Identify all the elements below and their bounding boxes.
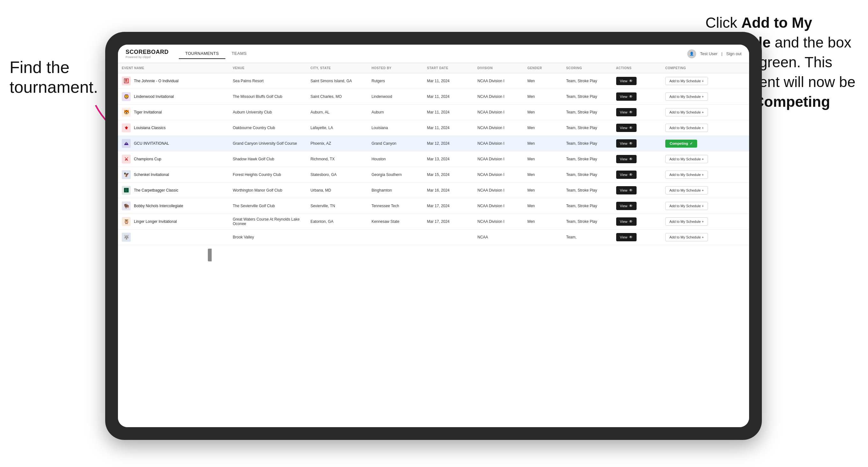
view-button[interactable]: View 👁	[616, 186, 637, 194]
venue-cell: Sea Palms Resort	[229, 73, 307, 89]
city-cell: Urbana, MD	[307, 183, 368, 198]
col-header-venue: VENUE	[229, 63, 307, 73]
view-button[interactable]: View 👁	[616, 155, 637, 163]
col-header-competing: COMPETING	[661, 63, 749, 73]
division-cell: NCAA	[474, 229, 524, 245]
start-date-cell: Mar 12, 2024	[423, 136, 474, 151]
logo-area: SCOREBOARD Powered by clippd	[126, 49, 168, 59]
start-date-cell: Mar 13, 2024	[423, 151, 474, 167]
team-logo: 🦅	[122, 170, 131, 179]
col-header-date: START DATE	[423, 63, 474, 73]
event-name: Champions Cup	[134, 157, 161, 161]
add-to-schedule-button[interactable]: Add to My Schedule +	[665, 170, 708, 179]
actions-cell: View 👁	[612, 167, 661, 183]
gender-cell: Men	[523, 167, 562, 183]
eye-icon: 👁	[629, 204, 633, 208]
competing-cell: Add to My Schedule +	[661, 214, 749, 229]
competing-cell: Add to My Schedule +	[661, 89, 749, 104]
team-logo: ⚜	[122, 123, 131, 132]
view-button[interactable]: View 👁	[616, 202, 637, 210]
tab-teams[interactable]: TEAMS	[225, 49, 253, 59]
division-cell: NCAA Division I	[474, 183, 524, 198]
city-cell: Auburn, AL	[307, 104, 368, 120]
table-row: 🦉 Linger Longer Invitational Great Water…	[118, 214, 749, 229]
add-to-schedule-button[interactable]: Add to My Schedule +	[665, 92, 708, 101]
table-header-row: EVENT NAME VENUE CITY, STATE HOSTED BY S…	[118, 63, 749, 73]
add-to-schedule-button[interactable]: Add to My Schedule +	[665, 186, 708, 194]
col-header-city: CITY, STATE	[307, 63, 368, 73]
col-header-actions: ACTIONS	[612, 63, 661, 73]
view-button[interactable]: View 👁	[616, 170, 637, 179]
table-row: 🅱 The Carpetbagger Classic Worthington M…	[118, 183, 749, 198]
actions-cell: View 👁	[612, 214, 661, 229]
add-to-schedule-button[interactable]: Add to My Schedule +	[665, 233, 708, 241]
gender-cell: Men	[523, 136, 562, 151]
scoring-cell: Team, Stroke Play	[562, 198, 612, 214]
city-cell: Saint Simons Island, GA	[307, 73, 368, 89]
table-row: 🐯 Tiger Invitational Auburn University C…	[118, 104, 749, 120]
view-button[interactable]: View 👁	[616, 217, 637, 226]
actions-cell: View 👁	[612, 136, 661, 151]
city-cell: Phoenix, AZ	[307, 136, 368, 151]
view-label: View	[620, 157, 628, 161]
scoring-cell: Team, Stroke Play	[562, 183, 612, 198]
user-name: Test User	[700, 51, 717, 56]
competing-button[interactable]: Competing ✓	[665, 139, 697, 148]
hosted-by-cell	[368, 229, 423, 245]
add-to-schedule-button[interactable]: Add to My Schedule +	[665, 108, 708, 116]
eye-icon: 👁	[629, 173, 633, 177]
scoring-cell: Team, Stroke Play	[562, 136, 612, 151]
col-header-gender: GENDER	[523, 63, 562, 73]
city-cell: Statesboro, GA	[307, 167, 368, 183]
add-schedule-label: Add to My Schedule +	[670, 79, 704, 83]
view-button[interactable]: View 👁	[616, 233, 637, 241]
tournaments-table: EVENT NAME VENUE CITY, STATE HOSTED BY S…	[118, 63, 749, 245]
event-name: Linger Longer Invitational	[134, 219, 177, 224]
venue-cell: Great Waters Course At Reynolds Lake Oco…	[229, 214, 307, 229]
competing-cell: Add to My Schedule +	[661, 167, 749, 183]
gender-cell: Men	[523, 183, 562, 198]
add-to-schedule-button[interactable]: Add to My Schedule +	[665, 124, 708, 132]
event-name-cell: ⛰ GCU INVITATIONAL	[122, 139, 225, 148]
gender-cell: Men	[523, 104, 562, 120]
gender-cell	[523, 229, 562, 245]
start-date-cell: Mar 11, 2024	[423, 73, 474, 89]
table-row: ⚜ Louisiana Classics Oakbourne Country C…	[118, 120, 749, 136]
actions-cell: View 👁	[612, 120, 661, 136]
scoring-cell: Team, Stroke Play	[562, 214, 612, 229]
actions-cell: View 👁	[612, 183, 661, 198]
view-button[interactable]: View 👁	[616, 139, 637, 148]
hosted-by-cell: Tennessee Tech	[368, 198, 423, 214]
venue-cell: Forest Heights Country Club	[229, 167, 307, 183]
user-avatar: 👤	[687, 50, 696, 58]
gender-cell: Men	[523, 73, 562, 89]
division-cell: NCAA Division I	[474, 214, 524, 229]
view-label: View	[620, 79, 628, 83]
hosted-by-cell: Rutgers	[368, 73, 423, 89]
add-to-schedule-button[interactable]: Add to My Schedule +	[665, 202, 708, 210]
scoring-cell: Team, Stroke Play	[562, 73, 612, 89]
view-button[interactable]: View 👁	[616, 108, 637, 116]
sign-out-link[interactable]: Sign out	[726, 51, 741, 56]
start-date-cell: Mar 17, 2024	[423, 198, 474, 214]
team-logo: 🅱	[122, 186, 131, 195]
venue-cell: Oakbourne Country Club	[229, 120, 307, 136]
separator: |	[721, 51, 722, 56]
header-right: 👤 Test User | Sign out	[687, 50, 741, 58]
city-cell: Eatonton, GA	[307, 214, 368, 229]
venue-cell: Grand Canyon University Golf Course	[229, 136, 307, 151]
hosted-by-cell: Georgia Southern	[368, 167, 423, 183]
event-name-cell: 🦉 Linger Longer Invitational	[122, 217, 225, 226]
add-schedule-label: Add to My Schedule +	[670, 220, 704, 223]
hosted-by-cell: Lindenwood	[368, 89, 423, 104]
table-row: ⛰ GCU INVITATIONAL Grand Canyon Universi…	[118, 136, 749, 151]
tab-tournaments[interactable]: TOURNAMENTS	[179, 49, 225, 59]
add-to-schedule-button[interactable]: Add to My Schedule +	[665, 155, 708, 163]
view-label: View	[620, 235, 628, 239]
add-to-schedule-button[interactable]: Add to My Schedule +	[665, 217, 708, 226]
add-to-schedule-button[interactable]: Add to My Schedule +	[665, 77, 708, 85]
view-button[interactable]: View 👁	[616, 92, 637, 101]
gender-cell: Men	[523, 198, 562, 214]
view-button[interactable]: View 👁	[616, 124, 637, 132]
view-button[interactable]: View 👁	[616, 77, 637, 85]
